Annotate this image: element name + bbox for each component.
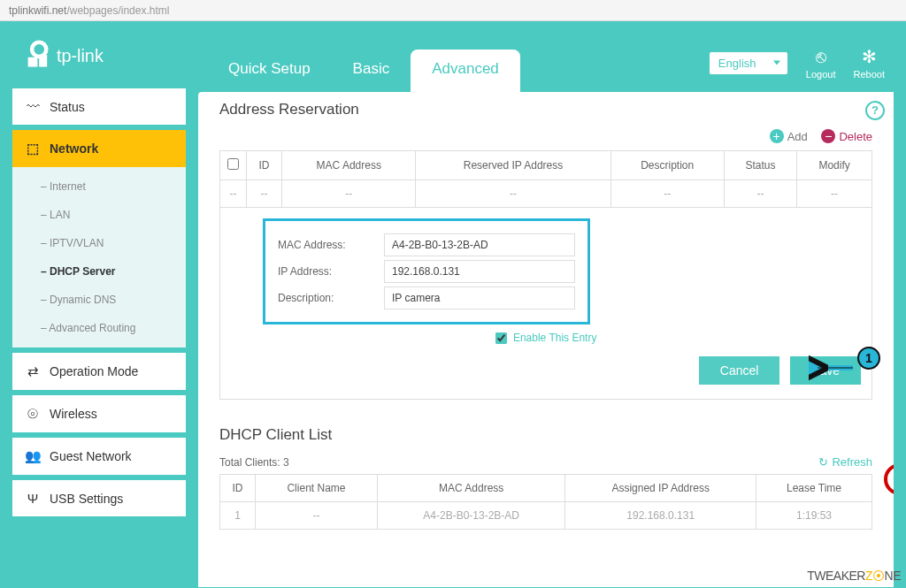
tab-basic[interactable]: Basic [332, 50, 411, 92]
watermark: TWEAKERZ⦿NE [807, 569, 901, 583]
reboot-label: Reboot [854, 69, 885, 80]
col-mac: MAC Address [282, 151, 416, 180]
sidebar-item-usb-settings[interactable]: Ψ USB Settings [12, 480, 186, 516]
client-row: 1 -- A4-2B-B0-13-2B-AD 192.168.0.131 1:1… [220, 502, 872, 530]
help-icon[interactable]: ? [865, 101, 885, 120]
sub-item-advanced-routing[interactable]: Advanced Routing [12, 314, 186, 342]
sidebar-label-network: Network [50, 141, 98, 156]
sub-item-lan[interactable]: LAN [12, 201, 186, 229]
reservation-empty-row: -- -- -- -- -- -- -- [220, 180, 872, 208]
sidebar-label-wireless: Wireless [50, 407, 97, 421]
sub-item-dynamic-dns[interactable]: Dynamic DNS [12, 286, 186, 314]
desc-label: Description: [278, 292, 384, 304]
sidebar-item-wireless[interactable]: ⦾ Wireless [12, 395, 186, 432]
cl-col-ip: Assigned IP Address [565, 475, 756, 502]
col-status: Status [724, 151, 796, 180]
sidebar-item-operation-mode[interactable]: ⇄ Operation Mode [12, 353, 186, 390]
sidebar-item-network[interactable]: ⬚ Network [12, 130, 186, 167]
svg-text:tp-link: tp-link [57, 46, 104, 65]
enable-entry-label[interactable]: Enable This Entry [495, 332, 597, 344]
browser-address-bar: tplinkwifi.net/webpages/index.html [0, 0, 906, 21]
url-path: /webpages/index.html [66, 4, 169, 17]
select-all-checkbox[interactable] [227, 158, 239, 170]
reservation-edit-form: MAC Address: IP Address: Description: [219, 207, 872, 400]
description-input[interactable] [384, 286, 575, 309]
address-reservation-title: Address Reservation [219, 101, 872, 118]
app-container: tp-link Quick Setup Basic Advanced Engli… [0, 21, 906, 588]
body: 〰 Status ⬚ Network Internet LAN IPTV/VLA… [12, 92, 894, 587]
annotation-step-1: 1 [857, 347, 880, 370]
tab-advanced[interactable]: Advanced [411, 50, 520, 92]
guest-network-icon: 👥 [25, 448, 41, 464]
operation-mode-icon: ⇄ [25, 363, 41, 379]
pulse-icon: 〰 [25, 99, 41, 114]
sidebar-item-status[interactable]: 〰 Status [12, 88, 186, 125]
form-box: MAC Address: IP Address: Description: [263, 218, 590, 325]
delete-button[interactable]: − Delete [821, 129, 872, 143]
cancel-button[interactable]: Cancel [699, 356, 780, 385]
sidebar-label-guest-network: Guest Network [50, 449, 132, 463]
network-submenu: Internet LAN IPTV/VLAN DHCP Server Dynam… [12, 167, 186, 347]
reboot-button[interactable]: ✻ Reboot [854, 46, 885, 80]
reservation-actions: + Add − Delete [219, 124, 872, 150]
total-clients: Total Clients: 3 [219, 456, 289, 469]
header-actions: English ⎋ Logout ✻ Reboot [709, 46, 885, 92]
language-select[interactable]: English [709, 51, 788, 75]
sidebar-label-usb-settings: USB Settings [50, 492, 123, 506]
logout-button[interactable]: ⎋ Logout [806, 47, 836, 80]
url-host: tplinkwifi.net [9, 4, 66, 17]
main-tabs: Quick Setup Basic Advanced [207, 50, 709, 92]
svg-rect-2 [39, 55, 47, 67]
logout-label: Logout [806, 69, 836, 80]
tplink-logo-icon: tp-link [25, 40, 152, 72]
minus-icon: − [821, 129, 835, 143]
usb-icon: Ψ [25, 491, 41, 506]
svg-point-0 [32, 42, 46, 57]
refresh-icon: ↻ [818, 455, 828, 469]
ip-address-input[interactable] [384, 260, 575, 283]
content-panel: ? Address Reservation + Add − Delete [198, 92, 894, 587]
tab-quick-setup[interactable]: Quick Setup [207, 50, 332, 92]
sidebar-network-group: ⬚ Network Internet LAN IPTV/VLAN DHCP Se… [12, 130, 186, 347]
refresh-button[interactable]: ↻ Refresh [818, 455, 872, 469]
header: tp-link Quick Setup Basic Advanced Engli… [12, 21, 894, 92]
add-label: Add [787, 130, 808, 143]
svg-rect-1 [28, 57, 38, 67]
wireless-icon: ⦾ [25, 406, 41, 422]
refresh-label: Refresh [832, 455, 872, 469]
ip-label: IP Address: [278, 265, 384, 278]
col-ip: Reserved IP Address [416, 151, 610, 180]
sidebar: 〰 Status ⬚ Network Internet LAN IPTV/VLA… [12, 92, 186, 587]
reservation-table: ID MAC Address Reserved IP Address Descr… [219, 150, 872, 208]
sidebar-item-guest-network[interactable]: 👥 Guest Network [12, 438, 186, 475]
cl-col-lease: Lease Time [756, 475, 871, 502]
address-reservation-section: Address Reservation + Add − Delete [198, 92, 894, 409]
network-icon: ⬚ [25, 141, 41, 157]
client-list-title: DHCP Client List [219, 426, 872, 444]
reboot-icon: ✻ [854, 46, 885, 67]
mac-address-input[interactable] [384, 233, 575, 256]
enable-entry-row: Enable This Entry [231, 325, 861, 351]
sub-item-dhcp-server[interactable]: DHCP Server [12, 257, 186, 286]
enable-entry-checkbox[interactable] [495, 332, 507, 344]
delete-label: Delete [839, 130, 872, 143]
sidebar-label-status: Status [50, 100, 85, 114]
sub-item-iptv-vlan[interactable]: IPTV/VLAN [12, 229, 186, 257]
add-button[interactable]: + Add [770, 129, 808, 143]
cl-col-id: ID [220, 475, 256, 502]
plus-icon: + [770, 129, 784, 143]
col-id: ID [247, 151, 282, 180]
col-desc: Description [610, 151, 724, 180]
dhcp-client-list-section: DHCP Client List Total Clients: 3 ↻ Refr… [198, 409, 894, 538]
logout-icon: ⎋ [806, 47, 836, 67]
form-button-row: Cancel Save [231, 351, 861, 388]
cl-col-name: Client Name [256, 475, 378, 502]
sidebar-label-operation-mode: Operation Mode [50, 364, 138, 378]
col-modify: Modify [797, 151, 872, 180]
cl-col-mac: MAC Address [377, 475, 564, 502]
sub-item-internet[interactable]: Internet [12, 172, 186, 201]
brand-logo: tp-link [12, 40, 172, 92]
save-button[interactable]: Save [790, 356, 861, 385]
client-list-table: ID Client Name MAC Address Assigned IP A… [219, 474, 872, 530]
mac-label: MAC Address: [278, 239, 384, 251]
